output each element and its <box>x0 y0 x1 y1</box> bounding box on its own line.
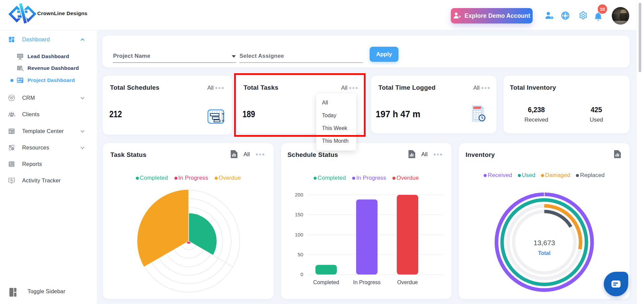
svg-text:Completed: Completed <box>313 279 339 285</box>
svg-text:13,673: 13,673 <box>534 239 555 247</box>
svg-text:In Progress: In Progress <box>353 279 381 285</box>
svg-text:?: ? <box>12 148 14 150</box>
svg-text:50: 50 <box>298 252 303 257</box>
svg-text:@: @ <box>10 145 12 147</box>
svg-text:150: 150 <box>295 212 303 217</box>
svg-text:$: $ <box>21 68 22 71</box>
svg-text:100: 100 <box>295 232 303 237</box>
svg-text:200: 200 <box>295 192 303 198</box>
svg-text:Overdue: Overdue <box>397 279 418 285</box>
svg-text:Total: Total <box>538 250 550 256</box>
svg-text:0: 0 <box>301 271 303 277</box>
